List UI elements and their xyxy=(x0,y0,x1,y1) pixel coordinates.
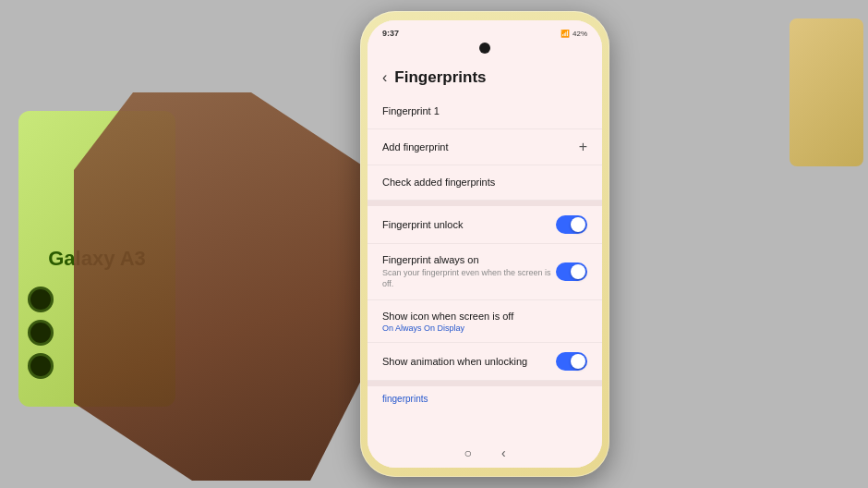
page-title: Fingerprints xyxy=(394,68,486,87)
settings-item-fingerprint-always-on[interactable]: Fingerprint always on Scan your fingerpr… xyxy=(368,244,602,300)
item-link-show-icon[interactable]: On Always On Display xyxy=(382,323,587,333)
settings-item-show-animation[interactable]: Show animation when unlocking xyxy=(368,343,602,381)
nav-home-icon[interactable]: ○ xyxy=(464,445,471,460)
item-title-check-fingerprints: Check added fingerprints xyxy=(382,176,587,189)
hand-overlay xyxy=(74,92,369,481)
item-left-fingerprint-always-on: Fingerprint always on Scan your fingerpr… xyxy=(382,253,556,290)
status-time: 9:37 xyxy=(382,29,399,38)
toggle-knob-fingerprint-unlock xyxy=(571,217,585,232)
battery-text: 42% xyxy=(573,30,587,38)
item-title-show-animation: Show animation when unlocking xyxy=(382,355,556,368)
camera-dot-1 xyxy=(28,287,54,312)
item-left-show-animation: Show animation when unlocking xyxy=(382,355,556,368)
item-subtitle-fingerprint-always-on: Scan your fingerprint even when the scre… xyxy=(382,268,556,289)
item-left-fingerprint-unlock: Fingerprint unlock xyxy=(382,218,556,231)
settings-item-fingerprint1[interactable]: Fingerprint 1 xyxy=(368,94,602,129)
phone-shell: 9:37 📶 42% ‹ Fingerprints Fingerprint 1 … xyxy=(360,11,609,477)
status-icons: 📶 42% xyxy=(561,30,587,38)
item-left-check-fingerprints: Check added fingerprints xyxy=(382,176,587,189)
camera-dot-3 xyxy=(28,353,54,379)
camera-cluster xyxy=(28,287,54,379)
camera-dot-2 xyxy=(28,320,54,346)
settings-list: Fingerprint 1 Add fingerprint + Check ad… xyxy=(368,94,602,408)
back-button[interactable]: ‹ xyxy=(382,69,387,86)
toggle-show-animation[interactable] xyxy=(556,352,587,371)
toggle-fingerprint-always-on[interactable] xyxy=(556,262,587,281)
settings-item-show-icon[interactable]: Show icon when screen is off On Always O… xyxy=(368,300,602,343)
nav-back-icon[interactable]: ‹ xyxy=(501,445,506,460)
item-title-add-fingerprint: Add fingerprint xyxy=(382,140,579,153)
item-title-fingerprint-unlock: Fingerprint unlock xyxy=(382,218,556,231)
add-icon: + xyxy=(579,139,587,155)
lego-block xyxy=(790,18,863,166)
status-bar: 9:37 📶 42% xyxy=(368,20,602,43)
item-title-fingerprint-always-on: Fingerprint always on xyxy=(382,253,556,266)
item-left-add-fingerprint: Add fingerprint xyxy=(382,140,579,153)
toggle-knob-fingerprint-always-on xyxy=(571,264,585,279)
item-left-show-icon: Show icon when screen is off On Always O… xyxy=(382,310,587,333)
section-title-fingerprints: fingerprints xyxy=(368,386,602,408)
item-title-show-icon: Show icon when screen is off xyxy=(382,310,587,323)
item-title-fingerprint1: Fingerprint 1 xyxy=(382,104,587,117)
signal-icon: 📶 xyxy=(561,30,570,38)
settings-item-add-fingerprint[interactable]: Add fingerprint + xyxy=(368,129,602,165)
bottom-nav: ○ ‹ xyxy=(368,438,602,468)
phone-screen: 9:37 📶 42% ‹ Fingerprints Fingerprint 1 … xyxy=(368,20,602,468)
toggle-fingerprint-unlock[interactable] xyxy=(556,215,587,234)
settings-item-fingerprint-unlock[interactable]: Fingerprint unlock xyxy=(368,206,602,244)
item-left-fingerprint1: Fingerprint 1 xyxy=(382,104,587,117)
settings-item-check-fingerprints[interactable]: Check added fingerprints xyxy=(368,165,602,201)
toggle-knob-show-animation xyxy=(571,354,585,369)
camera-notch xyxy=(479,43,490,54)
